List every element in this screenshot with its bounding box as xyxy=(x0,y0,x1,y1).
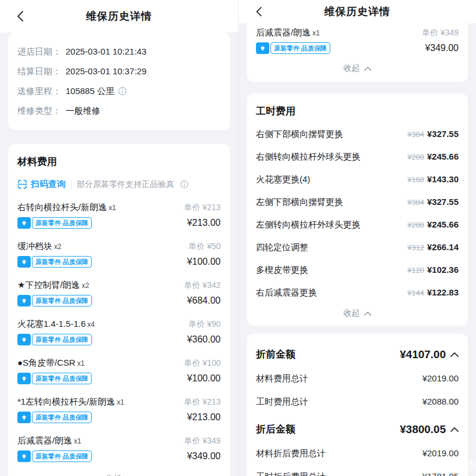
screen-left: 维保历史详情 进店日期： 2025-03-01 10:21:43 结算日期： 2… xyxy=(0,0,238,476)
material-item-left: ★下控制臂/朗逸x2 原装零件 品质保障 xyxy=(17,279,92,306)
item-count: x1 xyxy=(312,29,320,37)
labor-prices: ¥384¥327.55 xyxy=(408,196,459,208)
unit-price: 单价 ¥90 xyxy=(187,318,221,330)
item-total: ¥684.00 xyxy=(184,295,221,306)
authenticity-note: 部分原装零件支持正品验真 xyxy=(77,179,189,190)
summary-row: 工时费用总计 ¥2088.00 xyxy=(256,396,459,408)
labor-prices: ¥144¥122.83 xyxy=(408,287,459,299)
material-item: *1左转向横拉杆头/新朗逸x1 原装零件 品质保障 单价 ¥213 ¥213.0… xyxy=(17,396,221,423)
summary-row-label: 材料折后费用总计 xyxy=(256,448,326,459)
authentic-parts-badge: 原装零件 品质保障 xyxy=(17,217,92,229)
item-total: ¥213.00 xyxy=(184,218,221,228)
summary-row: 材料费用总计 ¥2019.00 xyxy=(256,373,459,384)
collapse-toggle[interactable]: 收起 xyxy=(256,308,459,319)
original-price: ¥144 xyxy=(408,289,424,297)
summary-row-value: ¥2088.00 xyxy=(422,396,459,408)
unit-price: 单价 ¥349 xyxy=(184,435,221,446)
badge-label: 原装零件 品质保障 xyxy=(32,256,92,268)
original-price: ¥120 xyxy=(408,266,424,275)
badge-label: 原装零件 品质保障 xyxy=(271,42,330,54)
authentic-parts-badge: 原装零件 品质保障 xyxy=(17,256,92,268)
gem-icon xyxy=(17,217,31,229)
material-item-right: 单价 ¥90 ¥360.00 xyxy=(187,318,221,345)
labor-prices: ¥168¥143.30 xyxy=(408,174,459,186)
labor-name: 左侧转向横拉杆外球头更换 xyxy=(256,219,360,230)
collapse-label: 收起 xyxy=(105,474,121,476)
material-item-left: 后减震器/朗逸x1 原装零件 品质保障 xyxy=(17,435,92,462)
discounted-price: ¥122.83 xyxy=(427,287,459,297)
badge-label: 原装零件 品质保障 xyxy=(32,450,92,462)
chevron-up-icon xyxy=(450,352,459,357)
labor-name: 四轮定位调整 xyxy=(256,241,308,253)
scan-row: 扫码查询 部分原装零件支持正品验真 xyxy=(17,179,221,190)
info-row-settle-date: 结算日期： 2025-03-01 10:37:29 xyxy=(17,66,221,77)
unit-price: 单价 ¥213 xyxy=(184,201,221,213)
item-name: *1左转向横拉杆头/新朗逸x1 xyxy=(17,396,124,408)
unit-price: 单价 ¥342 xyxy=(184,279,221,291)
post-discount-amount-wrap: ¥3800.05 xyxy=(400,423,459,436)
material-item: ★下控制臂/朗逸x2 原装零件 品质保障 单价 ¥342 ¥684.00 xyxy=(17,279,221,306)
info-icon[interactable] xyxy=(180,180,189,189)
scan-query-label: 扫码查询 xyxy=(31,179,66,190)
labor-cost-title: 工时费用 xyxy=(256,105,459,118)
original-price: ¥288 xyxy=(408,153,424,161)
pre-discount-header[interactable]: 折前金额 ¥4107.00 xyxy=(256,348,459,361)
back-button[interactable] xyxy=(253,5,266,19)
visit-info-card: 进店日期： 2025-03-01 10:21:43 结算日期： 2025-03-… xyxy=(8,33,230,130)
right-header: 维保历史详情 xyxy=(239,0,476,23)
gem-icon xyxy=(17,373,31,384)
item-name: 右转向横拉杆头/新朗逸x1 xyxy=(17,201,116,214)
gem-icon xyxy=(17,256,31,268)
authentic-parts-badge: 原装零件 品质保障 xyxy=(17,373,92,384)
material-item: 缓冲档块x2 原装零件 品质保障 单价 ¥50 ¥100.00 xyxy=(17,240,221,268)
discounted-price: ¥143.30 xyxy=(427,174,459,184)
unit-price: 单价 ¥349 xyxy=(422,27,459,38)
chevron-left-icon xyxy=(254,6,265,17)
badge-label: 原装零件 品质保障 xyxy=(32,373,92,384)
item-count: x4 xyxy=(88,320,95,329)
collapse-toggle[interactable]: 收起 xyxy=(256,63,459,74)
summary-row: 材料折后费用总计 ¥2019.00 xyxy=(256,448,459,459)
item-total: ¥100.00 xyxy=(187,257,221,267)
badge-label: 原装零件 品质保障 xyxy=(32,217,92,229)
info-row-entry-date: 进店日期： 2025-03-01 10:21:43 xyxy=(17,46,221,57)
item-name: 后减震器/朗逸x1 xyxy=(17,435,92,447)
labor-row: 左侧转向横拉杆外球头更换 ¥288¥245.66 xyxy=(256,219,459,231)
collapse-label: 收起 xyxy=(344,308,360,319)
item-count: x2 xyxy=(82,282,89,290)
maintenance-history-page: 维保历史详情 进店日期： 2025-03-01 10:21:43 结算日期： 2… xyxy=(0,0,476,476)
item-name: ★下控制臂/朗逸x2 xyxy=(17,279,92,291)
material-item: 右转向横拉杆头/新朗逸x1 原装零件 品质保障 单价 ¥213 ¥213.00 xyxy=(17,201,221,229)
original-price: ¥312 xyxy=(408,243,424,252)
labor-row: 多楔皮带更换 ¥120¥102.36 xyxy=(256,264,459,276)
info-label: 送修里程： xyxy=(17,85,61,97)
scan-query-button[interactable]: 扫码查询 xyxy=(17,179,66,190)
collapse-toggle[interactable]: 收起 xyxy=(17,474,221,476)
item-name: 后减震器/朗逸x1 xyxy=(256,27,330,39)
post-discount-header[interactable]: 折后金额 ¥3800.05 xyxy=(256,423,459,436)
item-total: ¥100.00 xyxy=(184,373,221,384)
pre-discount-label: 折前金额 xyxy=(256,348,295,361)
authenticity-note-text: 部分原装零件支持正品验真 xyxy=(77,179,174,190)
badge-label: 原装零件 品质保障 xyxy=(32,412,92,423)
discounted-price: ¥245.66 xyxy=(427,219,459,229)
back-button[interactable] xyxy=(14,9,28,23)
chevron-up-icon xyxy=(364,66,372,71)
authentic-parts-badge: 原装零件 品质保障 xyxy=(17,295,92,306)
material-item: 火花塞1.4-1.5-1.6x4 原装零件 品质保障 单价 ¥90 ¥360.0… xyxy=(17,318,221,345)
info-label: 进店日期： xyxy=(17,46,61,57)
authentic-parts-badge: 原装零件 品质保障 xyxy=(17,334,92,345)
info-label: 维修类型： xyxy=(17,105,61,117)
material-item-right: 单价 ¥100 ¥100.00 xyxy=(184,357,221,384)
material-cost-title: 材料费用 xyxy=(17,156,221,168)
item-total: ¥213.00 xyxy=(184,412,221,423)
info-icon[interactable] xyxy=(118,86,127,96)
info-label: 结算日期： xyxy=(17,66,61,77)
discounted-price: ¥266.14 xyxy=(427,242,459,252)
material-item-right: 单价 ¥349 ¥349.00 xyxy=(184,435,221,462)
screen-right: 维保历史详情 后减震器/朗逸x1 原装零件 品质保障 单价 ¥349 ¥349.… xyxy=(238,0,476,476)
item-count: x1 xyxy=(117,398,124,406)
page-title: 维保历史详情 xyxy=(324,5,391,19)
labor-cost-card: 工时费用 右侧下部横向摆臂更换 ¥384¥327.55 右侧转向横拉杆外球头更换… xyxy=(247,93,468,326)
gem-icon xyxy=(17,295,31,306)
